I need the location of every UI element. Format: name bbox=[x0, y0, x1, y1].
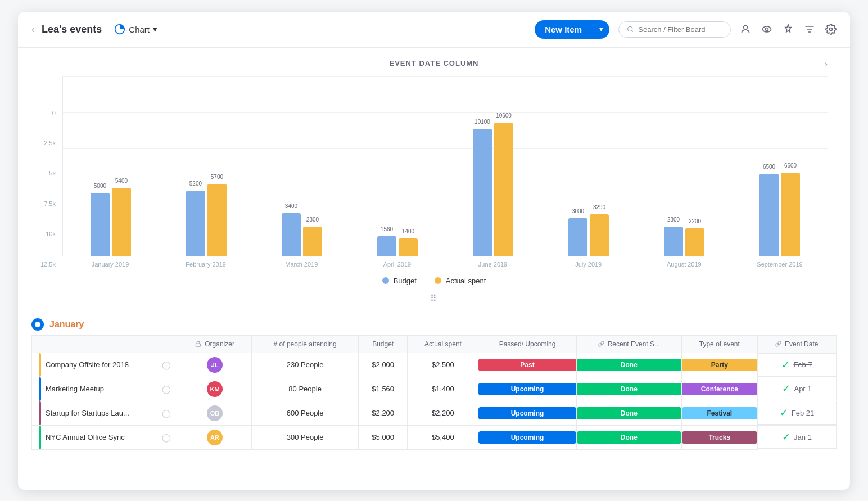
table-header: Organizer # of people attending Budget A… bbox=[32, 335, 837, 353]
recent-cell: Done bbox=[576, 377, 682, 401]
x-label: January 2019 bbox=[62, 261, 158, 268]
col-people: # of people attending bbox=[252, 335, 359, 353]
status-badge-recent: Done bbox=[577, 383, 682, 395]
check-icon: ✓ bbox=[780, 407, 788, 419]
header-icons bbox=[740, 24, 837, 35]
recent-cell: Done bbox=[576, 425, 682, 449]
status-badge-type: Party bbox=[682, 359, 757, 371]
x-label: July 2019 bbox=[541, 261, 636, 268]
budget-bar: 2300 bbox=[664, 227, 683, 256]
app-container: ‹ Lea's events Chart ▾ New Item ▾ bbox=[18, 12, 850, 490]
table-section: January Organizer # of peop bbox=[18, 313, 850, 463]
new-item-dropdown-icon: ▾ bbox=[593, 21, 609, 38]
bar-group: 23002200 bbox=[636, 76, 732, 256]
bar-pair: 30003290 bbox=[568, 214, 609, 256]
x-labels-row: January 2019February 2019March 2019April… bbox=[62, 256, 828, 268]
pin-icon[interactable] bbox=[783, 24, 794, 35]
group-header: January bbox=[31, 313, 837, 335]
organizer-cell: JL bbox=[178, 353, 252, 377]
row-name: NYC Annual Office Sync bbox=[46, 433, 157, 441]
eye-icon[interactable] bbox=[761, 24, 772, 35]
y-label-2: 7.5k bbox=[40, 201, 56, 207]
group-circle-icon bbox=[34, 321, 41, 328]
header-left: ‹ Lea's events Chart ▾ bbox=[31, 20, 163, 38]
chart-expand-icon[interactable]: › bbox=[825, 59, 828, 69]
people-cell: 600 People bbox=[252, 401, 359, 425]
avatar: OB bbox=[207, 405, 223, 421]
new-item-label: New Item bbox=[535, 20, 592, 39]
budget-cell: $5,000 bbox=[359, 425, 408, 449]
check-icon: ✓ bbox=[782, 431, 790, 443]
bar-pair: 1010010600 bbox=[473, 123, 513, 256]
comment-icon[interactable]: ◯ bbox=[162, 433, 171, 442]
chart-button[interactable]: Chart ▾ bbox=[108, 20, 163, 38]
actual-bar-label: 2200 bbox=[685, 218, 704, 224]
budget-bar: 3400 bbox=[282, 213, 301, 256]
budget-bar-label: 2300 bbox=[664, 216, 683, 223]
budget-bar: 5000 bbox=[91, 193, 110, 256]
y-label-5: 0 bbox=[40, 110, 56, 116]
person-icon[interactable] bbox=[740, 24, 751, 35]
actual-bar-label: 3290 bbox=[590, 204, 609, 210]
y-axis: 12.5k 10k 7.5k 5k 2.5k 0 bbox=[40, 110, 56, 268]
settings-icon[interactable] bbox=[825, 24, 837, 35]
board-title: Lea's events bbox=[42, 24, 102, 35]
resize-handle[interactable]: ⠿ bbox=[40, 290, 828, 307]
table-row[interactable]: Startup for Startups Lau... ◯ OB600 Peop… bbox=[32, 401, 837, 425]
comment-icon[interactable]: ◯ bbox=[162, 360, 171, 369]
actual-bar: 10600 bbox=[494, 123, 513, 256]
y-label-1: 10k bbox=[40, 231, 56, 237]
legend-budget-dot bbox=[382, 277, 389, 284]
table-row[interactable]: NYC Annual Office Sync ◯ AR300 People$5,… bbox=[32, 425, 837, 449]
x-label: March 2019 bbox=[254, 261, 349, 268]
actual-cell: $2,200 bbox=[408, 401, 478, 425]
date-value: Jan 1 bbox=[794, 433, 812, 441]
row-name-cell: Startup for Startups Lau... ◯ bbox=[32, 401, 178, 425]
filter-icon[interactable] bbox=[804, 24, 815, 35]
type-cell: Festival bbox=[682, 401, 757, 425]
budget-cell: $2,200 bbox=[359, 401, 408, 425]
legend-budget: Budget bbox=[382, 277, 417, 285]
organizer-cell: KM bbox=[178, 377, 252, 401]
actual-cell: $5,400 bbox=[408, 425, 478, 449]
budget-cell: $1,560 bbox=[359, 377, 408, 401]
y-label-3: 5k bbox=[40, 170, 56, 177]
search-box[interactable] bbox=[618, 21, 731, 38]
table-row[interactable]: Company Offsite for 2018 ◯ JL230 People$… bbox=[32, 353, 837, 377]
passed-cell: Upcoming bbox=[478, 401, 576, 425]
organizer-cell: OB bbox=[178, 401, 252, 425]
actual-bar: 3290 bbox=[590, 214, 609, 256]
organizer-cell: AR bbox=[178, 425, 252, 449]
col-organizer: Organizer bbox=[178, 335, 252, 353]
row-name: Startup for Startups Lau... bbox=[46, 409, 157, 417]
bar-pair: 50005400 bbox=[91, 188, 131, 256]
col-recent: Recent Event S... bbox=[576, 335, 682, 353]
search-input[interactable] bbox=[638, 25, 722, 34]
new-item-button[interactable]: New Item ▾ bbox=[535, 20, 609, 39]
comment-icon[interactable]: ◯ bbox=[162, 409, 171, 418]
col-budget: Budget bbox=[359, 335, 408, 353]
bar-pair: 15601400 bbox=[377, 236, 418, 256]
x-label: April 2019 bbox=[349, 261, 445, 268]
budget-bar-label: 6500 bbox=[760, 164, 779, 170]
comment-icon[interactable]: ◯ bbox=[162, 385, 171, 394]
link-icon-recent bbox=[598, 341, 604, 347]
bar-group: 34002300 bbox=[254, 76, 350, 256]
table-row[interactable]: Marketing Meetup ◯ KM80 People$1,560$1,4… bbox=[32, 377, 837, 401]
link-icon-date bbox=[775, 341, 781, 347]
chart-legend: Budget Actual spent bbox=[40, 277, 828, 290]
col-name bbox=[32, 335, 178, 353]
status-badge-recent: Done bbox=[577, 359, 682, 371]
chart-label: Chart bbox=[129, 25, 150, 34]
budget-bar-label: 1560 bbox=[377, 226, 396, 232]
bar-group: 15601400 bbox=[350, 76, 445, 256]
svg-point-4 bbox=[766, 28, 768, 31]
budget-bar-label: 3400 bbox=[282, 203, 301, 209]
people-cell: 300 People bbox=[252, 425, 359, 449]
svg-point-2 bbox=[744, 25, 748, 29]
nav-arrow-icon[interactable]: ‹ bbox=[31, 24, 35, 35]
header-row: Organizer # of people attending Budget A… bbox=[32, 335, 837, 353]
budget-bar: 10100 bbox=[473, 129, 492, 256]
actual-bar: 5400 bbox=[112, 188, 131, 256]
passed-cell: Past bbox=[478, 353, 576, 377]
